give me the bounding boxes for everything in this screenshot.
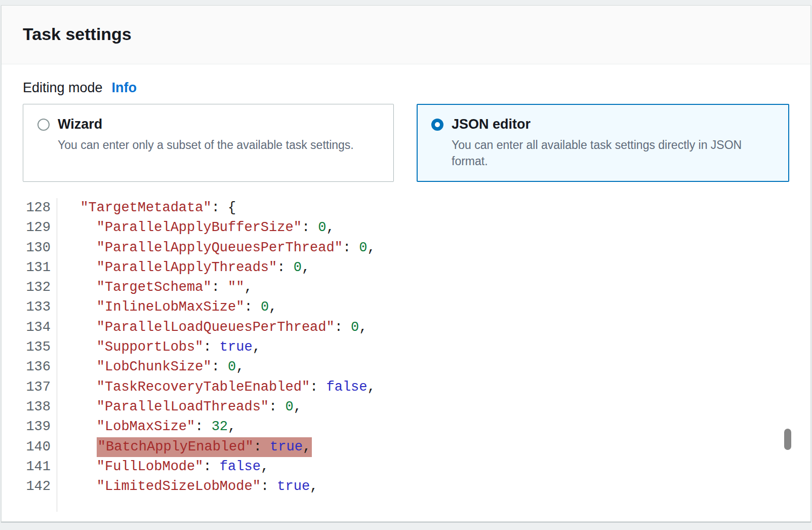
json-editor-option-title: JSON editor [452, 117, 531, 132]
code-line: 140 "BatchApplyEnabled": true, [23, 437, 793, 457]
line-number: 138 [23, 397, 57, 417]
line-number: 134 [23, 318, 57, 337]
json-editor-lines: 128 "TargetMetadata": {129 "ParallelAppl… [23, 198, 793, 497]
code-line-content: "TargetSchema": "", [57, 278, 253, 297]
code-line-content: "TargetMetadata": { [57, 198, 236, 218]
json-editor[interactable]: 128 "TargetMetadata": {129 "ParallelAppl… [23, 198, 793, 512]
editor-scrollbar-thumb[interactable] [784, 429, 791, 450]
code-line-content: "ParallelLoadQueuesPerThread": 0, [57, 318, 368, 337]
wizard-option-header: Wizard [37, 117, 379, 132]
line-number: 140 [23, 437, 57, 457]
code-line-content: "ParallelLoadThreads": 0, [57, 397, 302, 417]
editing-mode-options: Wizard You can enter only a subset of th… [23, 104, 789, 182]
code-line-content: "SupportLobs": true, [57, 337, 261, 357]
code-line-content: "ParallelApplyThreads": 0, [57, 258, 310, 278]
code-line: 139 "LobMaxSize": 32, [23, 417, 793, 437]
line-number: 129 [23, 218, 57, 238]
panel-title: Task settings [23, 24, 789, 45]
code-line: 136 "LobChunkSize": 0, [23, 357, 793, 377]
line-number: 142 [23, 477, 57, 497]
editing-mode-field-label-row: Editing modeInfo [23, 80, 789, 96]
code-line: 133 "InlineLobMaxSize": 0, [23, 297, 793, 317]
highlighted-code: "BatchApplyEnabled": true, [97, 437, 312, 457]
wizard-option-description: You can enter only a subset of the avail… [58, 137, 378, 153]
code-line-content: "FullLobMode": false, [57, 457, 269, 477]
task-settings-panel: Task settings Editing modeInfo Wizard Yo… [1, 5, 811, 522]
editor-gutter-spacer [23, 497, 793, 512]
line-number: 132 [23, 278, 57, 297]
line-number: 130 [23, 238, 57, 258]
line-number: 141 [23, 457, 57, 477]
editing-mode-option-json-editor[interactable]: JSON editor You can enter all available … [417, 104, 789, 182]
line-number: 137 [23, 377, 57, 397]
panel-header: Task settings [2, 6, 810, 64]
json-editor-option-header: JSON editor [431, 117, 775, 132]
gutter-extension [23, 497, 57, 512]
info-link[interactable]: Info [112, 80, 137, 95]
code-line-content: "LobMaxSize": 32, [57, 417, 236, 437]
json-editor-radio-button[interactable] [431, 119, 443, 131]
line-number: 135 [23, 337, 57, 357]
line-number: 131 [23, 258, 57, 278]
editing-mode-option-wizard[interactable]: Wizard You can enter only a subset of th… [23, 104, 394, 182]
code-line: 137 "TaskRecoveryTableEnabled": false, [23, 377, 793, 397]
panel-body: Editing modeInfo Wizard You can enter on… [2, 64, 810, 526]
code-line: 128 "TargetMetadata": { [23, 198, 793, 218]
code-line: 138 "ParallelLoadThreads": 0, [23, 397, 793, 417]
code-line: 134 "ParallelLoadQueuesPerThread": 0, [23, 318, 793, 337]
wizard-radio-button[interactable] [37, 119, 50, 131]
line-number: 133 [23, 297, 57, 317]
code-line: 129 "ParallelApplyBufferSize": 0, [23, 218, 793, 238]
code-line: 141 "FullLobMode": false, [23, 457, 793, 477]
code-line: 132 "TargetSchema": "", [23, 278, 793, 297]
line-number: 139 [23, 417, 57, 437]
editing-mode-label: Editing mode [23, 80, 103, 95]
code-line-content: "ParallelApplyBufferSize": 0, [57, 218, 335, 238]
wizard-option-title: Wizard [58, 117, 102, 132]
json-editor-option-description: You can enter all available task setting… [452, 137, 772, 169]
code-line-content: "ParallelApplyQueuesPerThread": 0, [57, 238, 376, 258]
code-line-content: "TaskRecoveryTableEnabled": false, [57, 377, 376, 397]
code-line-content: "BatchApplyEnabled": true, [57, 437, 312, 457]
code-line: 142 "LimitedSizeLobMode": true, [23, 477, 793, 497]
code-line-content: "LimitedSizeLobMode": true, [57, 477, 318, 497]
code-line: 135 "SupportLobs": true, [23, 337, 793, 357]
code-line-content: "LobChunkSize": 0, [57, 357, 244, 377]
line-number: 128 [23, 198, 57, 218]
code-line-content: "InlineLobMaxSize": 0, [57, 297, 277, 317]
line-number: 136 [23, 357, 57, 377]
code-line: 131 "ParallelApplyThreads": 0, [23, 258, 793, 278]
code-line: 130 "ParallelApplyQueuesPerThread": 0, [23, 238, 793, 258]
